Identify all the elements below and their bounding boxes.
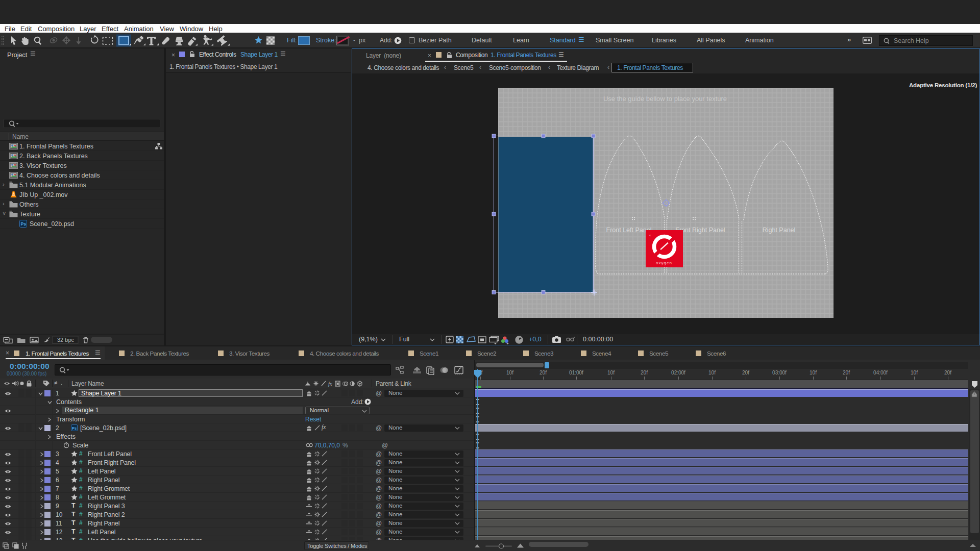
- svg-text:Ps: Ps: [72, 426, 77, 431]
- svg-text:fx: fx: [328, 381, 332, 387]
